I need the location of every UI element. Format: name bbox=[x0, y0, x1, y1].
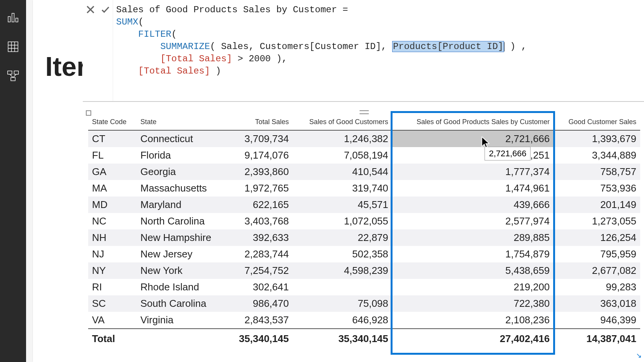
table-cell[interactable]: 45,571 bbox=[292, 197, 392, 213]
table-cell[interactable]: SC bbox=[88, 295, 136, 312]
table-cell[interactable]: 2,843,537 bbox=[227, 312, 292, 329]
table-cell[interactable]: NJ bbox=[88, 246, 136, 262]
table-row[interactable]: MDMaryland622,16545,571439,666201,149 bbox=[88, 197, 640, 213]
table-cell[interactable]: 5,438,659 bbox=[392, 262, 554, 279]
table-cell[interactable]: New Jersey bbox=[136, 246, 227, 262]
table-cell[interactable]: New York bbox=[136, 262, 227, 279]
table-cell[interactable]: 126,254 bbox=[554, 229, 640, 246]
table-cell[interactable]: Rhode Island bbox=[136, 279, 227, 295]
table-cell[interactable]: 622,165 bbox=[227, 197, 292, 213]
table-cell[interactable]: Maryland bbox=[136, 197, 227, 213]
resize-handle-corner-icon[interactable] bbox=[86, 110, 91, 116]
table-cell[interactable]: 722,380 bbox=[392, 295, 554, 312]
table-cell[interactable]: 502,358 bbox=[292, 246, 392, 262]
nav-data-icon[interactable] bbox=[0, 32, 26, 61]
table-cell[interactable]: 1,246,382 bbox=[292, 130, 392, 147]
table-row[interactable]: GAGeorgia2,393,860410,5441,777,374758,75… bbox=[88, 164, 640, 180]
table-cell[interactable]: VA bbox=[88, 312, 136, 329]
column-header[interactable]: State bbox=[136, 113, 227, 130]
table-row[interactable]: RIRhode Island302,641219,20099,283 bbox=[88, 279, 640, 295]
table-row[interactable]: FLFlorida9,174,0767,058,1946,917,2513,34… bbox=[88, 147, 640, 164]
column-header[interactable]: Sales of Good Products Sales by Customer bbox=[392, 113, 554, 130]
table-cell[interactable]: 363,018 bbox=[554, 295, 640, 312]
page-title: Iter bbox=[45, 51, 87, 82]
table-cell[interactable]: 646,928 bbox=[292, 312, 392, 329]
table-row[interactable]: NJNew Jersey2,283,744502,3581,754,879795… bbox=[88, 246, 640, 262]
table-cell[interactable]: 2,283,744 bbox=[227, 246, 292, 262]
table-cell[interactable]: 201,149 bbox=[554, 197, 640, 213]
table-cell[interactable]: North Carolina bbox=[136, 213, 227, 229]
table-row[interactable]: NYNew York7,254,7524,598,2395,438,6592,6… bbox=[88, 262, 640, 279]
table-row[interactable]: NCNorth Carolina3,403,7681,072,0552,577,… bbox=[88, 213, 640, 229]
nav-model-icon[interactable] bbox=[0, 61, 26, 90]
table-cell[interactable]: New Hampshire bbox=[136, 229, 227, 246]
column-header[interactable]: Good Customer Sales bbox=[554, 113, 640, 130]
table-row[interactable]: MAMassachusetts1,972,765319,7401,474,961… bbox=[88, 180, 640, 197]
column-header[interactable]: Sales of Good Customers bbox=[292, 113, 392, 130]
table-cell[interactable]: 3,403,768 bbox=[227, 213, 292, 229]
table-cell[interactable]: RI bbox=[88, 279, 136, 295]
table-cell[interactable]: 2,577,974 bbox=[392, 213, 554, 229]
table-cell[interactable]: 7,058,194 bbox=[292, 147, 392, 164]
table-cell[interactable]: 3,709,734 bbox=[227, 130, 292, 147]
table-cell[interactable]: 2,108,236 bbox=[392, 312, 554, 329]
table-cell[interactable]: NY bbox=[88, 262, 136, 279]
table-cell[interactable]: 75,098 bbox=[292, 295, 392, 312]
table-cell[interactable] bbox=[292, 279, 392, 295]
table-cell[interactable]: 946,399 bbox=[554, 312, 640, 329]
table-cell[interactable]: Virginia bbox=[136, 312, 227, 329]
table-cell[interactable]: 9,174,076 bbox=[227, 147, 292, 164]
drag-handle-icon[interactable] bbox=[360, 110, 369, 114]
table-cell[interactable]: 753,936 bbox=[554, 180, 640, 197]
table-cell[interactable]: 410,544 bbox=[292, 164, 392, 180]
table-cell[interactable]: CT bbox=[88, 130, 136, 147]
table-cell[interactable]: 7,254,752 bbox=[227, 262, 292, 279]
table-cell[interactable]: 1,474,961 bbox=[392, 180, 554, 197]
table-cell[interactable]: 3,344,889 bbox=[554, 147, 640, 164]
table-cell[interactable]: Florida bbox=[136, 147, 227, 164]
table-cell[interactable]: 4,598,239 bbox=[292, 262, 392, 279]
table-row[interactable]: CTConnecticut3,709,7341,246,3822,721,666… bbox=[88, 130, 640, 147]
table-cell[interactable]: Connecticut bbox=[136, 130, 227, 147]
column-header[interactable]: Total Sales bbox=[227, 113, 292, 130]
table-cell[interactable]: NC bbox=[88, 213, 136, 229]
table-cell[interactable]: 2,721,666 bbox=[392, 130, 554, 147]
table-cell[interactable]: 2,393,860 bbox=[227, 164, 292, 180]
table-cell[interactable]: Georgia bbox=[136, 164, 227, 180]
table-cell[interactable]: South Carolina bbox=[136, 295, 227, 312]
table-cell[interactable]: 1,273,055 bbox=[554, 213, 640, 229]
table-cell[interactable]: 1,393,679 bbox=[554, 130, 640, 147]
table-row[interactable]: VAVirginia2,843,537646,9282,108,236946,3… bbox=[88, 312, 640, 329]
table-cell[interactable]: 99,283 bbox=[554, 279, 640, 295]
table-cell[interactable]: 1,072,055 bbox=[292, 213, 392, 229]
table-row[interactable]: SCSouth Carolina986,47075,098722,380363,… bbox=[88, 295, 640, 312]
table-cell[interactable]: 1,972,765 bbox=[227, 180, 292, 197]
table-cell[interactable]: NH bbox=[88, 229, 136, 246]
table-cell[interactable]: MA bbox=[88, 180, 136, 197]
formula-editor[interactable]: Sales of Good Products Sales by Customer… bbox=[113, 0, 644, 101]
table-cell[interactable]: 986,470 bbox=[227, 295, 292, 312]
table-cell[interactable]: FL bbox=[88, 147, 136, 164]
table-visual[interactable]: State CodeStateTotal SalesSales of Good … bbox=[88, 113, 640, 350]
table-cell[interactable]: 795,959 bbox=[554, 246, 640, 262]
table-cell[interactable]: GA bbox=[88, 164, 136, 180]
table-cell[interactable]: Massachusetts bbox=[136, 180, 227, 197]
formula-cancel-button[interactable] bbox=[84, 3, 97, 16]
table-row[interactable]: NHNew Hampshire392,63322,879289,885126,2… bbox=[88, 229, 640, 246]
table-cell[interactable]: 319,740 bbox=[292, 180, 392, 197]
table-cell[interactable]: 2,677,082 bbox=[554, 262, 640, 279]
table-cell[interactable]: 1,777,374 bbox=[392, 164, 554, 180]
nav-report-icon[interactable] bbox=[0, 3, 26, 32]
formula-commit-button[interactable] bbox=[99, 3, 112, 16]
table-cell[interactable]: 289,885 bbox=[392, 229, 554, 246]
table-cell[interactable]: 1,754,879 bbox=[392, 246, 554, 262]
table-cell[interactable]: 439,666 bbox=[392, 197, 554, 213]
table-cell[interactable]: 758,757 bbox=[554, 164, 640, 180]
table-cell[interactable]: 302,641 bbox=[227, 279, 292, 295]
column-header[interactable]: State Code bbox=[88, 113, 136, 130]
table-cell[interactable]: 22,879 bbox=[292, 229, 392, 246]
table-cell[interactable]: 219,200 bbox=[392, 279, 554, 295]
table-cell[interactable]: MD bbox=[88, 197, 136, 213]
table-cell[interactable]: 392,633 bbox=[227, 229, 292, 246]
resize-grip-icon[interactable]: ↘ bbox=[636, 351, 642, 360]
